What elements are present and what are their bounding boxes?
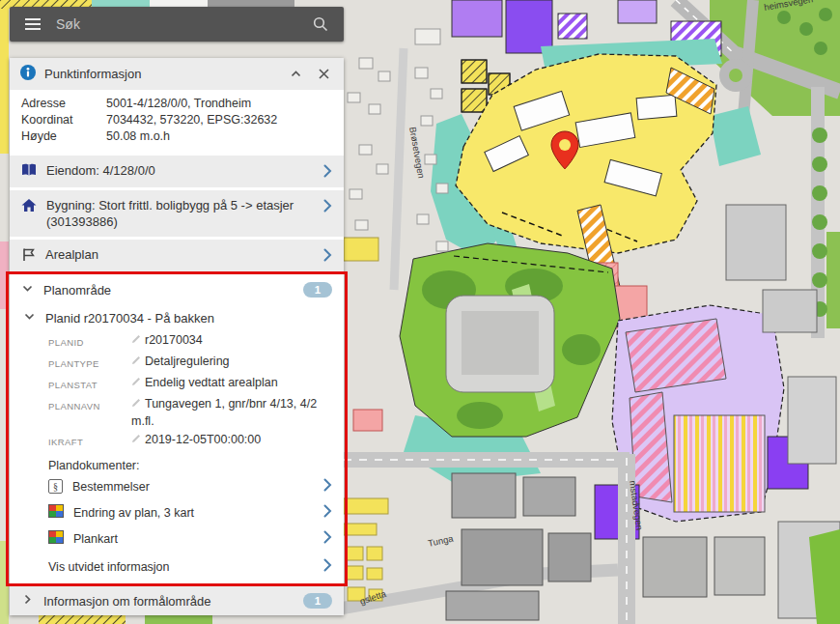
attr-row-ikraft: IKRAFT 2019-12-05T00:00:00	[48, 431, 332, 451]
chevron-right-icon	[323, 199, 332, 215]
document-label: Bestemmelser	[72, 480, 314, 494]
plandokumenter-label: Plandokumenter:	[10, 454, 344, 473]
chevron-right-icon	[21, 593, 34, 609]
panel-title: Punktinformasjon	[44, 67, 277, 81]
section-eiendom[interactable]: Eiendom: 4/128/0/0	[10, 156, 344, 187]
close-panel-button[interactable]	[315, 67, 333, 81]
sidebar: Punktinformasjon Adresse 5001-4/128/0/0,…	[10, 7, 344, 615]
map-icon	[48, 530, 64, 547]
info-row-adresse: Adresse 5001-4/128/0/0, Trondheim	[21, 96, 332, 112]
plan-entry-header[interactable]: Planid r20170034 - På bakken	[10, 305, 344, 328]
attr-key: PLANSTAT	[48, 374, 131, 394]
attr-row-planid: PLANID r20170034	[48, 331, 332, 352]
chevron-right-icon	[323, 478, 332, 495]
paragraph-icon: §	[48, 479, 63, 494]
pencil-icon	[131, 431, 141, 448]
info-label: Koordinat	[21, 112, 106, 128]
section-label: Bygning: Stort frittl. boligbygg på 5 ->…	[46, 197, 314, 230]
attr-key: PLANID	[48, 331, 131, 352]
extended-info-link[interactable]: Vis utvidet informasjon	[10, 552, 344, 583]
panel-header: Punktinformasjon	[10, 58, 344, 90]
plan-entry-title: Planid r20170034 - På bakken	[45, 311, 214, 326]
info-value: 5001-4/128/0/0, Trondheim	[106, 96, 332, 112]
count-badge: 1	[303, 593, 332, 609]
flag-icon	[21, 247, 36, 262]
pencil-icon	[131, 374, 141, 391]
info-label: Høyde	[21, 128, 106, 145]
collapse-panel-button[interactable]	[286, 66, 306, 82]
planomrade-title: Planområde	[43, 283, 294, 298]
chevron-right-icon	[323, 558, 332, 575]
book-icon	[21, 163, 37, 177]
attr-row-planstat: PLANSTAT Endelig vedtatt arealplan	[48, 374, 332, 394]
section-label: Eiendom: 4/128/0/0	[46, 162, 314, 179]
hamburger-menu-icon[interactable]	[21, 16, 44, 32]
document-plankart[interactable]: Plankart	[10, 525, 344, 552]
info-row-koordinat: Koordinat 7034432, 573220, EPSG:32632	[21, 112, 332, 128]
count-badge: 1	[303, 282, 332, 298]
section-bygning[interactable]: Bygning: Stort frittl. boligbygg på 5 ->…	[10, 190, 344, 237]
attr-value: 2019-12-05T00:00:00	[131, 431, 332, 451]
chevron-down-icon	[23, 310, 36, 326]
document-bestemmelser[interactable]: § Bestemmelser	[10, 473, 344, 499]
pencil-icon	[131, 395, 141, 412]
attr-row-plannavn: PLANNAVN Tungavegen 1, gnr/bnr 4/13, 4/2…	[48, 395, 332, 430]
planomrade-header[interactable]: Planområde 1	[10, 274, 344, 305]
attr-key: PLANNAVN	[48, 395, 131, 430]
attr-value: Detaljregulering	[131, 353, 332, 373]
info-value: 50.08 m.o.h	[106, 128, 332, 145]
section-label: Arealplan	[45, 246, 314, 263]
info-label: Adresse	[21, 96, 106, 112]
search-icon[interactable]	[309, 14, 332, 34]
punktinformasjon-panel: Punktinformasjon Adresse 5001-4/128/0/0,…	[10, 58, 344, 615]
chevron-right-icon	[323, 164, 332, 181]
attr-key: IKRAFT	[48, 431, 131, 451]
section-formalomrade[interactable]: Informasjon om formålområde 1	[10, 586, 344, 615]
plan-attributes: PLANID r20170034 PLANTYPE Detaljreguleri…	[10, 328, 344, 454]
extended-info-label: Vis utvidet informasjon	[48, 560, 314, 574]
point-info-block: Adresse 5001-4/128/0/0, Trondheim Koordi…	[10, 90, 344, 153]
chevron-down-icon	[21, 282, 34, 298]
planomrade-section: Planområde 1 Planid r20170034 - På bakke…	[10, 274, 344, 583]
home-icon	[21, 198, 37, 213]
chevron-right-icon	[323, 530, 332, 547]
document-label: Endring av plan, 3 kart	[73, 506, 314, 520]
map-icon	[48, 504, 64, 521]
search-bar	[10, 7, 344, 42]
info-value: 7034432, 573220, EPSG:32632	[106, 112, 332, 128]
section-arealplan[interactable]: Arealplan	[10, 240, 344, 271]
chevron-right-icon	[323, 248, 332, 265]
attr-value: Tungavegen 1, gnr/bnr 4/13, 4/2 m.fl.	[131, 395, 332, 430]
formalomrade-title: Informasjon om formålområde	[43, 594, 294, 609]
chevron-right-icon	[323, 504, 332, 521]
attr-value: Endelig vedtatt arealplan	[131, 374, 332, 394]
app-window: heimsvegen Brøsetvegen mstadvegen Tunga …	[0, 0, 840, 624]
pencil-icon	[131, 331, 141, 349]
attr-key: PLANTYPE	[48, 353, 131, 373]
pencil-icon	[131, 353, 141, 370]
document-endring-av-plan[interactable]: Endring av plan, 3 kart	[10, 499, 344, 525]
info-row-hoyde: Høyde 50.08 m.o.h	[21, 128, 332, 145]
search-input[interactable]	[56, 16, 297, 32]
attr-value: r20170034	[131, 331, 332, 352]
attr-row-plantype: PLANTYPE Detaljregulering	[48, 353, 332, 373]
document-label: Plankart	[73, 532, 314, 546]
info-icon	[20, 65, 36, 83]
